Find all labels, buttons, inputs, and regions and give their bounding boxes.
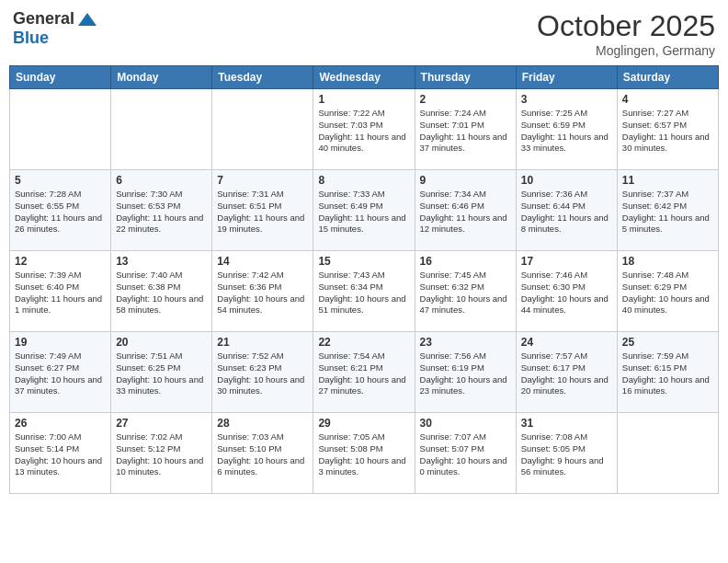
calendar-cell (111, 89, 212, 170)
week-row-4: 19Sunrise: 7:49 AM Sunset: 6:27 PM Dayli… (10, 332, 719, 413)
logo: General Blue (13, 9, 98, 48)
calendar-cell: 15Sunrise: 7:43 AM Sunset: 6:34 PM Dayli… (313, 251, 415, 332)
weekday-header-tuesday: Tuesday (212, 66, 313, 89)
calendar-cell: 7Sunrise: 7:31 AM Sunset: 6:51 PM Daylig… (212, 170, 313, 251)
calendar-cell: 18Sunrise: 7:48 AM Sunset: 6:29 PM Dayli… (617, 251, 718, 332)
logo-icon (76, 11, 98, 28)
week-row-2: 5Sunrise: 7:28 AM Sunset: 6:55 PM Daylig… (10, 170, 719, 251)
week-row-1: 1Sunrise: 7:22 AM Sunset: 7:03 PM Daylig… (10, 89, 719, 170)
day-info: Sunrise: 7:30 AM Sunset: 6:53 PM Dayligh… (116, 189, 207, 236)
day-info: Sunrise: 7:43 AM Sunset: 6:34 PM Dayligh… (318, 270, 409, 316)
day-number: 30 (420, 417, 511, 430)
location-label: Moglingen, Germany (537, 43, 715, 58)
weekday-header-friday: Friday (516, 66, 617, 89)
calendar-cell: 25Sunrise: 7:59 AM Sunset: 6:15 PM Dayli… (617, 332, 718, 413)
day-number: 22 (318, 336, 409, 349)
calendar-cell: 10Sunrise: 7:36 AM Sunset: 6:44 PM Dayli… (516, 170, 617, 251)
day-info: Sunrise: 7:39 AM Sunset: 6:40 PM Dayligh… (15, 270, 106, 316)
day-number: 4 (622, 93, 713, 106)
calendar-cell: 29Sunrise: 7:05 AM Sunset: 5:08 PM Dayli… (313, 413, 415, 494)
day-number: 18 (622, 255, 713, 268)
day-number: 21 (217, 336, 308, 349)
logo-general-text: General (13, 9, 74, 29)
weekday-header-sunday: Sunday (10, 66, 111, 89)
day-number: 8 (318, 174, 409, 187)
calendar-cell: 26Sunrise: 7:00 AM Sunset: 5:14 PM Dayli… (10, 413, 111, 494)
day-info: Sunrise: 7:49 AM Sunset: 6:27 PM Dayligh… (15, 350, 106, 397)
day-number: 27 (116, 417, 207, 430)
day-number: 11 (622, 174, 713, 187)
day-number: 1 (318, 93, 409, 106)
day-number: 9 (420, 174, 511, 187)
calendar-cell: 31Sunrise: 7:08 AM Sunset: 5:05 PM Dayli… (516, 413, 617, 494)
calendar-table: SundayMondayTuesdayWednesdayThursdayFrid… (9, 65, 719, 494)
day-info: Sunrise: 7:48 AM Sunset: 6:29 PM Dayligh… (622, 270, 713, 316)
day-number: 15 (318, 255, 409, 268)
day-info: Sunrise: 7:24 AM Sunset: 7:01 PM Dayligh… (420, 108, 511, 155)
calendar-cell (10, 89, 111, 170)
day-number: 23 (420, 336, 511, 349)
calendar-cell: 30Sunrise: 7:07 AM Sunset: 5:07 PM Dayli… (415, 413, 516, 494)
weekday-header-thursday: Thursday (415, 66, 516, 89)
day-number: 24 (521, 336, 612, 349)
day-number: 13 (116, 255, 207, 268)
week-row-5: 26Sunrise: 7:00 AM Sunset: 5:14 PM Dayli… (10, 413, 719, 494)
day-info: Sunrise: 7:33 AM Sunset: 6:49 PM Dayligh… (318, 189, 409, 236)
day-info: Sunrise: 7:28 AM Sunset: 6:55 PM Dayligh… (15, 189, 106, 236)
day-info: Sunrise: 7:34 AM Sunset: 6:46 PM Dayligh… (420, 189, 511, 236)
day-number: 19 (15, 336, 106, 349)
day-number: 2 (420, 93, 511, 106)
calendar-cell: 27Sunrise: 7:02 AM Sunset: 5:12 PM Dayli… (111, 413, 212, 494)
day-info: Sunrise: 7:59 AM Sunset: 6:15 PM Dayligh… (622, 350, 713, 397)
day-info: Sunrise: 7:05 AM Sunset: 5:08 PM Dayligh… (318, 431, 409, 478)
day-info: Sunrise: 7:54 AM Sunset: 6:21 PM Dayligh… (318, 350, 409, 397)
calendar-cell (212, 89, 313, 170)
calendar-cell: 11Sunrise: 7:37 AM Sunset: 6:42 PM Dayli… (617, 170, 718, 251)
weekday-header-monday: Monday (111, 66, 212, 89)
day-number: 17 (521, 255, 612, 268)
day-number: 26 (15, 417, 106, 430)
calendar-cell: 19Sunrise: 7:49 AM Sunset: 6:27 PM Dayli… (10, 332, 111, 413)
day-number: 3 (521, 93, 612, 106)
day-number: 25 (622, 336, 713, 349)
week-row-3: 12Sunrise: 7:39 AM Sunset: 6:40 PM Dayli… (10, 251, 719, 332)
day-number: 28 (217, 417, 308, 430)
day-info: Sunrise: 7:36 AM Sunset: 6:44 PM Dayligh… (521, 189, 612, 236)
calendar-cell: 14Sunrise: 7:42 AM Sunset: 6:36 PM Dayli… (212, 251, 313, 332)
day-info: Sunrise: 7:46 AM Sunset: 6:30 PM Dayligh… (521, 270, 612, 316)
day-info: Sunrise: 7:45 AM Sunset: 6:32 PM Dayligh… (420, 270, 511, 316)
page-header: General Blue October 2025 Moglingen, Ger… (9, 9, 719, 58)
day-info: Sunrise: 7:31 AM Sunset: 6:51 PM Dayligh… (217, 189, 308, 236)
day-number: 31 (521, 417, 612, 430)
weekday-header-wednesday: Wednesday (313, 66, 415, 89)
day-info: Sunrise: 7:27 AM Sunset: 6:57 PM Dayligh… (622, 108, 713, 155)
day-info: Sunrise: 7:22 AM Sunset: 7:03 PM Dayligh… (318, 108, 409, 155)
calendar-cell: 3Sunrise: 7:25 AM Sunset: 6:59 PM Daylig… (516, 89, 617, 170)
calendar-cell: 6Sunrise: 7:30 AM Sunset: 6:53 PM Daylig… (111, 170, 212, 251)
day-info: Sunrise: 7:08 AM Sunset: 5:05 PM Dayligh… (521, 431, 612, 478)
day-info: Sunrise: 7:37 AM Sunset: 6:42 PM Dayligh… (622, 189, 713, 236)
day-info: Sunrise: 7:00 AM Sunset: 5:14 PM Dayligh… (15, 431, 106, 478)
day-info: Sunrise: 7:03 AM Sunset: 5:10 PM Dayligh… (217, 431, 308, 478)
day-number: 10 (521, 174, 612, 187)
day-info: Sunrise: 7:42 AM Sunset: 6:36 PM Dayligh… (217, 270, 308, 316)
day-number: 12 (15, 255, 106, 268)
day-info: Sunrise: 7:02 AM Sunset: 5:12 PM Dayligh… (116, 431, 207, 478)
calendar-cell: 1Sunrise: 7:22 AM Sunset: 7:03 PM Daylig… (313, 89, 415, 170)
calendar-cell: 28Sunrise: 7:03 AM Sunset: 5:10 PM Dayli… (212, 413, 313, 494)
calendar-cell: 8Sunrise: 7:33 AM Sunset: 6:49 PM Daylig… (313, 170, 415, 251)
calendar-cell: 5Sunrise: 7:28 AM Sunset: 6:55 PM Daylig… (10, 170, 111, 251)
calendar-cell: 16Sunrise: 7:45 AM Sunset: 6:32 PM Dayli… (415, 251, 516, 332)
calendar-cell (617, 413, 718, 494)
day-info: Sunrise: 7:56 AM Sunset: 6:19 PM Dayligh… (420, 350, 511, 397)
day-number: 7 (217, 174, 308, 187)
calendar-cell: 13Sunrise: 7:40 AM Sunset: 6:38 PM Dayli… (111, 251, 212, 332)
title-block: October 2025 Moglingen, Germany (537, 9, 715, 58)
day-info: Sunrise: 7:40 AM Sunset: 6:38 PM Dayligh… (116, 270, 207, 316)
day-info: Sunrise: 7:25 AM Sunset: 6:59 PM Dayligh… (521, 108, 612, 155)
day-number: 29 (318, 417, 409, 430)
calendar-cell: 2Sunrise: 7:24 AM Sunset: 7:01 PM Daylig… (415, 89, 516, 170)
calendar-cell: 12Sunrise: 7:39 AM Sunset: 6:40 PM Dayli… (10, 251, 111, 332)
weekday-header-row: SundayMondayTuesdayWednesdayThursdayFrid… (10, 66, 719, 89)
day-number: 6 (116, 174, 207, 187)
